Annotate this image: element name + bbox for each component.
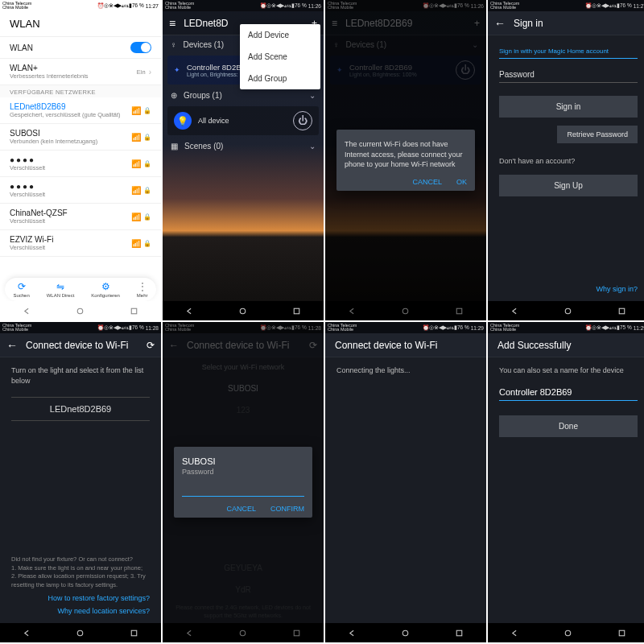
lock-icon: 🔒 xyxy=(143,213,151,221)
network-name: ChinaNet-QZSF xyxy=(10,208,131,217)
home-icon[interactable] xyxy=(563,628,573,638)
page-title: Add Successfully xyxy=(497,340,642,351)
screen-add-success: China Telecom China Mobile⏰◎※◀▶₄₆₁▮75 %1… xyxy=(488,322,644,642)
screen-app-home-dialog: China Telecom China Mobile⏰◎※◀▶₄₆₁▮76 %1… xyxy=(325,0,486,320)
recent-icon[interactable] xyxy=(291,306,302,316)
network-status: Gespeichert, verschlüsselt (gute Qualitä… xyxy=(10,111,131,118)
home-icon[interactable] xyxy=(563,306,573,316)
wifi-network-row[interactable]: EZVIZ Wi-FiVerschlüsselt📶🔒 xyxy=(0,230,161,257)
password-input[interactable]: Password xyxy=(499,67,638,83)
toggle-switch[interactable] xyxy=(130,42,151,53)
factory-reset-link[interactable]: How to restore factory settings? xyxy=(11,594,150,602)
toolbar-configure[interactable]: ⚙Konfigurieren xyxy=(91,281,120,298)
svg-rect-1 xyxy=(131,308,137,314)
confirm-button[interactable]: CONFIRM xyxy=(270,505,304,513)
back-arrow-icon[interactable]: ← xyxy=(6,339,18,352)
wlanplus-sub: Verbessertes Interneterlebnis xyxy=(10,72,137,80)
toolbar-wlan-direct[interactable]: ⇋WLAN Direct xyxy=(47,281,75,298)
menu-add-scene[interactable]: Add Scene xyxy=(240,46,320,68)
system-nav-bar xyxy=(163,301,324,320)
wlan-toggle-row[interactable]: WLAN xyxy=(0,37,161,59)
device-name-input[interactable]: Controller 8D2B69 xyxy=(499,384,638,401)
cancel-button[interactable]: CANCEL xyxy=(412,178,442,186)
network-status: Verschlüsselt xyxy=(10,217,131,225)
svg-rect-3 xyxy=(294,308,299,314)
back-icon[interactable] xyxy=(22,628,32,638)
menu-add-group[interactable]: Add Group xyxy=(240,68,320,89)
lock-icon: 🔒 xyxy=(143,187,151,194)
power-icon[interactable]: ⏻ xyxy=(293,111,312,130)
back-arrow-icon[interactable]: ← xyxy=(494,17,506,30)
svg-point-6 xyxy=(566,308,572,314)
recent-icon[interactable] xyxy=(129,306,139,316)
network-name: ●●●● xyxy=(10,182,131,191)
network-status: Verschlüsselt xyxy=(10,244,131,251)
hamburger-icon[interactable]: ≡ xyxy=(169,17,175,30)
wifi-network-row[interactable]: ChinaNet-QZSFVerschlüsselt📶🔒 xyxy=(0,204,161,230)
toolbar-search[interactable]: ⟳Suchen xyxy=(13,281,29,298)
carrier-label: China Telecom China Mobile xyxy=(2,2,31,10)
wlan-plus-row[interactable]: WLAN+ Verbessertes Interneterlebnis Ein … xyxy=(0,59,161,85)
home-icon[interactable] xyxy=(400,628,411,638)
account-input[interactable]: Sign in with your Magic Home account xyxy=(499,43,638,59)
scenes-section-header[interactable]: ▦Scenes (0)⌄ xyxy=(163,137,324,155)
status-bar: China Telecom China Mobile ⏰◎※◀▶₄₆₁▮76 %… xyxy=(0,0,161,11)
home-icon[interactable] xyxy=(75,306,85,316)
why-sign-in-link[interactable]: Why sign in? xyxy=(488,285,644,301)
chevron-right-icon: › xyxy=(149,68,151,76)
group-card[interactable]: 💡 All device ⏻ xyxy=(167,106,319,135)
svg-rect-15 xyxy=(619,630,625,636)
wifi-network-row[interactable]: ●●●●Verschlüsselt📶🔒 xyxy=(0,151,161,177)
wifi-network-row[interactable]: ●●●●Verschlüsselt📶🔒 xyxy=(0,177,161,204)
wlanplus-value: Ein xyxy=(137,68,146,76)
back-icon[interactable] xyxy=(510,628,520,638)
svg-point-14 xyxy=(566,630,572,636)
no-account-label: Don't have an account? xyxy=(499,156,638,167)
wifi-signal-icon: 📶 xyxy=(131,239,141,248)
recent-icon[interactable] xyxy=(129,628,139,638)
cancel-button[interactable]: CANCEL xyxy=(226,505,256,513)
password-input[interactable] xyxy=(182,484,304,497)
back-icon[interactable] xyxy=(510,306,520,316)
available-networks-header: Verfügbare Netzwerke xyxy=(0,85,161,97)
add-menu-popup: Add Device Add Scene Add Group xyxy=(240,24,320,89)
location-services-link[interactable]: Why need location services? xyxy=(11,607,150,615)
wifi-warning-dialog: The current Wi-Fi does not have Internet… xyxy=(336,130,475,191)
device-list-item[interactable]: LEDnet8D2B69 xyxy=(11,397,150,421)
refresh-icon[interactable]: ⟳ xyxy=(147,340,155,351)
back-icon[interactable] xyxy=(22,306,32,316)
network-status: Verschlüsselt xyxy=(10,164,131,171)
more-icon: ⋮ xyxy=(138,281,147,292)
svg-point-12 xyxy=(403,630,409,636)
network-status: Verschlüsselt xyxy=(10,191,131,198)
menu-add-device[interactable]: Add Device xyxy=(240,24,320,46)
home-icon[interactable] xyxy=(237,306,248,316)
network-name: SUBOSI xyxy=(10,129,131,138)
svg-point-0 xyxy=(78,308,84,314)
done-button[interactable]: Done xyxy=(499,415,638,437)
back-icon[interactable] xyxy=(347,628,357,638)
svg-point-2 xyxy=(241,308,246,314)
recent-icon[interactable] xyxy=(617,306,627,316)
sign-up-button[interactable]: Sign Up xyxy=(499,175,638,196)
back-icon[interactable] xyxy=(184,306,195,316)
recent-icon[interactable] xyxy=(617,628,627,638)
wlanplus-label: WLAN+ xyxy=(10,64,137,72)
sign-in-button[interactable]: Sign in xyxy=(499,96,638,118)
retrieve-password-button[interactable]: Retrieve Password xyxy=(557,126,638,143)
wifi-signal-icon: 📶 xyxy=(131,106,141,115)
set-name-hint: You can also set a name for the device xyxy=(499,365,638,376)
network-name: EZVIZ Wi-Fi xyxy=(10,235,131,244)
system-nav-bar xyxy=(0,301,161,320)
recent-icon[interactable] xyxy=(454,628,464,638)
network-name: LEDnet8D2B69 xyxy=(10,102,131,111)
screen-sign-in: China Telecom China Mobile⏰◎※◀▶₄₆₁▮76 %1… xyxy=(488,0,644,320)
ok-button[interactable]: OK xyxy=(456,178,467,186)
home-icon[interactable] xyxy=(75,628,85,638)
wifi-network-row[interactable]: LEDnet8D2B69Gespeichert, verschlüsselt (… xyxy=(0,97,161,124)
wifi-signal-icon: 📶 xyxy=(131,186,141,195)
wifi-network-row[interactable]: SUBOSIVerbunden (kein Internetzugang)📶🔒 xyxy=(0,124,161,151)
toolbar-more[interactable]: ⋮Mehr xyxy=(137,281,148,298)
page-title: Connect device to Wi-Fi xyxy=(335,340,480,351)
wlan-direct-icon: ⇋ xyxy=(56,281,64,292)
